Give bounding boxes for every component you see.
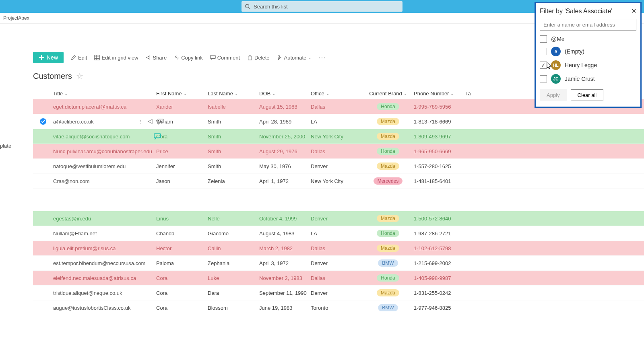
cell-title[interactable]: Nunc.pulvinar.arcu@conubianostraper.edu [53,148,156,154]
checkbox[interactable] [540,35,547,43]
cell-title[interactable]: vitae.aliquet@sociisnatoque.com [53,134,156,140]
favorite-star-icon[interactable]: ☆ [76,71,83,81]
cell-office: Denver [311,216,362,222]
row-more-icon[interactable]: ⋮ [138,119,143,125]
table-row[interactable]: Cras@non.comJasonZeleniaApril 1, 1972New… [33,174,644,189]
cell-last: Luke [208,275,259,281]
cell-brand: Honda [362,230,414,237]
cell-last: Smith [208,148,259,154]
new-button-label: New [47,54,58,61]
cell-title[interactable]: ligula.elit.pretium@risus.ca [53,245,156,251]
cell-first: Cora [156,275,208,281]
filter-option-label: Henry Legge [565,62,597,68]
cell-title[interactable]: tristique.aliquet@neque.co.uk [53,290,156,296]
trash-icon [247,55,253,60]
cell-first: Chanda [156,230,208,237]
chevron-down-icon: ⌄ [64,91,68,96]
table-row[interactable]: est.tempor.bibendum@neccursusa.comPaloma… [33,256,644,271]
checkbox[interactable] [540,48,547,55]
filter-search-input[interactable] [540,19,636,31]
avatar: HL [551,60,561,70]
comment-icon[interactable] [157,118,164,125]
filter-option[interactable]: @Me [540,35,636,43]
cell-last: Smith [208,163,259,169]
column-dob[interactable]: DOB⌄ [259,91,311,97]
cell-title[interactable]: eget.dictum.placerat@mattis.ca [53,104,156,110]
copy-link-button[interactable]: Copy link [174,55,202,61]
table-row[interactable]: ligula.elit.pretium@risus.caHectorCailin… [33,241,644,256]
cell-office: New York City [311,134,362,140]
cell-title[interactable]: natoque@vestibulumlorem.edu [53,163,156,169]
column-phone[interactable]: Phone Number⌄ [414,91,465,97]
table-row[interactable]: egestas@in.eduLinusNelleOctober 4, 1999D… [33,211,644,226]
table-row[interactable]: augue@iustuslobortisClass.co.ukCoraBloss… [33,300,644,315]
delete-button[interactable]: Delete [247,55,270,61]
new-button[interactable]: New [33,52,64,63]
cell-dob: March 2, 1982 [259,245,311,251]
table-row[interactable]: Nullam@Etiam.netChandaGiacomoAugust 4, 1… [33,226,644,241]
share-button[interactable]: Share [145,55,167,61]
table-row[interactable]: Nunc.pulvinar.arcu@conubianostraper.eduP… [33,144,644,159]
cell-phone: 1-481-185-6401 [414,178,465,184]
cell-title[interactable]: est.tempor.bibendum@neccursusa.com [53,260,156,266]
automate-button[interactable]: Automate ⌄ [277,55,312,61]
share-icon[interactable] [147,118,153,125]
cell-office: Toronto [311,305,362,311]
cell-phone: 1-987-286-2721 [414,230,465,237]
cell-brand: Mazda [362,118,414,125]
data-table: Title⌄ First Name⌄ Last Name⌄ DOB⌄ Offic… [33,88,644,315]
edit-grid-button[interactable]: Edit in grid view [94,55,138,61]
column-title[interactable]: Title⌄ [53,91,156,97]
cell-office: LA [311,119,362,125]
cell-office: Dallas [311,275,362,281]
table-row[interactable]: natoque@vestibulumlorem.eduJenniferSmith… [33,159,644,174]
cell-last: Giacomo [208,230,259,237]
chevron-down-icon: ⌄ [450,91,454,96]
comment-icon[interactable] [154,133,161,140]
table-row[interactable]: eleifend.nec.malesuada@atrisus.caCoraLuk… [33,271,644,286]
cell-first: Cora [156,290,208,296]
cell-dob: August 29, 1976 [259,148,311,154]
table-row[interactable]: tristique.aliquet@neque.co.ukCoraDaraSep… [33,286,644,300]
close-icon[interactable]: ✕ [631,7,636,15]
column-tags[interactable]: Ta [465,91,485,97]
cell-first: Hector [156,245,208,251]
apply-button[interactable]: Apply [540,89,567,101]
column-brand[interactable]: Current Brand⌄ [362,91,414,97]
cell-title[interactable]: augue@iustuslobortisClass.co.uk [53,305,156,311]
search-icon [245,4,250,9]
cell-office: Denver [311,163,362,169]
cell-office: Dallas [311,245,362,251]
filter-option[interactable]: HLHenry Legge [540,60,636,70]
pencil-icon [71,55,76,60]
table-row[interactable]: vitae.aliquet@sociisnatoque.comCoraSmith… [33,129,644,144]
column-office[interactable]: Office⌄ [311,91,362,97]
cell-phone: 1-831-255-0242 [414,290,465,296]
cell-phone: 1-965-950-6669 [414,148,465,154]
filter-option[interactable]: JCJamie Crust [540,74,636,84]
row-selected-icon[interactable] [40,118,46,125]
table-row[interactable]: a@aclibero.co.uk⋮WilliamSmithApril 28, 1… [33,114,644,129]
search-input[interactable] [254,4,399,10]
clear-all-button[interactable]: Clear all [571,89,604,101]
cell-title[interactable]: Cras@non.com [53,178,156,184]
cell-last: Dara [208,290,259,296]
cell-brand: Mercedes [362,177,414,185]
comment-button[interactable]: Comment [210,55,240,61]
flow-icon [277,55,283,60]
cell-last: Zephania [208,260,259,266]
cell-title[interactable]: eleifend.nec.malesuada@atrisus.ca [53,275,156,281]
filter-option[interactable]: A(Empty) [540,47,636,56]
more-button[interactable]: ⋯ [318,53,326,62]
cell-title[interactable]: Nullam@Etiam.net [53,230,156,237]
column-first-name[interactable]: First Name⌄ [156,91,208,97]
cell-title[interactable]: egestas@in.edu [53,216,156,222]
avatar: JC [551,74,561,84]
checkbox[interactable] [540,62,547,69]
search-box[interactable] [242,1,402,12]
column-last-name[interactable]: Last Name⌄ [208,91,259,97]
edit-button[interactable]: Edit [71,55,87,61]
svg-rect-12 [158,119,163,123]
checkbox[interactable] [540,75,547,82]
cell-phone: 1-557-280-1625 [414,163,465,169]
